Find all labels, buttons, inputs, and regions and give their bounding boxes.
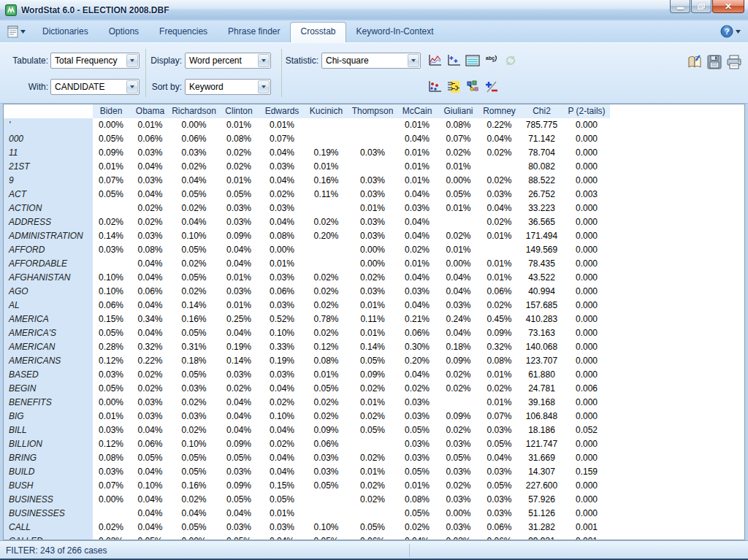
cell: 18.186	[520, 423, 563, 437]
table-row[interactable]: AFFORDABLE0.04%0.02%0.04%0.01%0.00%0.01%…	[4, 257, 744, 271]
restore-button[interactable]	[691, 0, 711, 13]
table-row[interactable]: 90.07%0.03%0.04%0.01%0.04%0.16%0.03%0.01…	[4, 174, 744, 188]
chevron-down-icon[interactable]	[258, 80, 270, 93]
minimize-button[interactable]	[670, 0, 690, 13]
cell: 0.159	[563, 465, 610, 479]
column-header-edwards[interactable]: Edwards	[261, 104, 303, 118]
cell: 0.000	[563, 215, 610, 229]
tabulate-select[interactable]: Total Frequency	[50, 53, 140, 69]
table-row[interactable]: AFFORD0.03%0.08%0.05%0.04%0.00%0.00%0.02…	[4, 243, 744, 257]
chevron-down-icon[interactable]	[126, 54, 138, 67]
display-select[interactable]: Word percent	[185, 53, 271, 69]
chevron-down-icon[interactable]	[126, 80, 138, 93]
table-row[interactable]: BILL0.03%0.04%0.02%0.04%0.04%0.09%0.05%0…	[4, 423, 744, 437]
column-header-thompson[interactable]: Thompson	[349, 104, 396, 118]
cell	[303, 132, 349, 146]
cell: 0.03%	[438, 534, 478, 540]
table-row[interactable]: BUILD0.03%0.04%0.05%0.03%0.04%0.03%0.01%…	[4, 465, 744, 479]
table-row[interactable]: ACT0.05%0.04%0.05%0.05%0.02%0.11%0.03%0.…	[4, 188, 744, 202]
scatter-plot-button[interactable]	[426, 79, 443, 95]
chevron-down-icon[interactable]	[408, 54, 419, 67]
table-row[interactable]: AMERICAN0.28%0.32%0.31%0.19%0.33%0.12%0.…	[4, 340, 744, 354]
table-row[interactable]: BASED0.03%0.02%0.05%0.03%0.03%0.01%0.09%…	[4, 368, 744, 382]
cell: 0.09%	[438, 410, 478, 423]
table-row[interactable]: BUSINESSES0.04%0.04%0.04%0.01%0.05%0.00%…	[4, 507, 744, 521]
dendrogram-button[interactable]	[445, 79, 462, 95]
column-header-chi2[interactable]: Chi2	[520, 104, 563, 118]
cell: 0.22%	[129, 354, 171, 368]
tab-dictionaries[interactable]: Dictionaries	[32, 22, 99, 42]
cell: 0.04%	[438, 326, 478, 340]
table-row[interactable]: AL0.06%0.04%0.14%0.01%0.03%0.02%0.01%0.0…	[4, 299, 744, 312]
table-row[interactable]: AFGHANISTAN0.10%0.04%0.05%0.01%0.03%0.02…	[4, 271, 744, 285]
cell: 0.03%	[303, 465, 349, 479]
table-row[interactable]: AMERICANS0.12%0.22%0.18%0.14%0.19%0.08%0…	[4, 354, 744, 368]
cell: 0.00%	[438, 507, 478, 521]
cell: 0.01%	[478, 257, 520, 271]
column-header-biden[interactable]: Biden	[93, 104, 129, 118]
table-row[interactable]: '0.00%0.01%0.00%0.01%0.01%0.01%0.08%0.22…	[4, 118, 744, 132]
table-row[interactable]: 21ST0.01%0.04%0.02%0.02%0.03%0.01%0.01%0…	[4, 160, 744, 174]
table-row[interactable]: CALL0.02%0.04%0.05%0.03%0.03%0.10%0.05%0…	[4, 521, 744, 534]
statistic-select[interactable]: Chi-square	[321, 53, 421, 69]
table-row[interactable]: CALLED0.03%0.05%0.00%0.05%0.04%0.05%0.06…	[4, 534, 744, 540]
cell: 0.08%	[303, 354, 349, 368]
table-row[interactable]: BEGIN0.05%0.02%0.03%0.02%0.04%0.05%0.02%…	[4, 382, 744, 396]
proximity-plot-button[interactable]	[464, 79, 481, 95]
save-button[interactable]	[706, 54, 723, 70]
cell: 0.08%	[438, 118, 478, 132]
cell: 0.05%	[303, 382, 349, 396]
cell: 0.000	[563, 271, 610, 285]
tab-options[interactable]: Options	[99, 22, 149, 42]
tab-keyword-in-context[interactable]: Keyword-In-Context	[346, 22, 444, 42]
help-button[interactable]: ?	[720, 25, 741, 38]
table-row[interactable]: BRING0.08%0.05%0.05%0.05%0.04%0.03%0.02%…	[4, 451, 744, 465]
table-row[interactable]: ADMINISTRATION0.14%0.03%0.10%0.09%0.08%0…	[4, 229, 744, 243]
column-header-richardson[interactable]: Richardson	[171, 104, 217, 118]
cell: 0.07%	[93, 174, 129, 188]
table-row[interactable]: 0000.05%0.06%0.06%0.08%0.07%0.04%0.07%0.…	[4, 132, 744, 146]
cell: 0.05%	[171, 271, 217, 285]
crosstab-chart-button[interactable]	[445, 53, 462, 69]
table-row[interactable]: AMERICA'S0.05%0.04%0.05%0.04%0.10%0.02%0…	[4, 326, 744, 340]
cell: 0.01%	[478, 368, 520, 382]
cell: 0.04%	[261, 174, 303, 188]
table-row[interactable]: AMERICA0.15%0.34%0.16%0.25%0.52%0.78%0.1…	[4, 312, 744, 326]
table-row[interactable]: BUSINESS0.00%0.04%0.02%0.05%0.05%0.02%0.…	[4, 493, 744, 507]
column-header-p-2-tails[interactable]: P (2-tails)	[563, 104, 610, 118]
table-row[interactable]: BENEFITS0.00%0.03%0.02%0.04%0.02%0.02%0.…	[4, 396, 744, 410]
table-row[interactable]: ADDRESS0.02%0.02%0.04%0.03%0.04%0.02%0.0…	[4, 215, 744, 229]
cell: 0.000	[563, 202, 610, 215]
tab-crosstab[interactable]: Crosstab	[290, 22, 346, 43]
report-button[interactable]	[686, 54, 703, 70]
keyword-retrieval-button[interactable]: abc	[483, 53, 500, 69]
table-row[interactable]: 110.09%0.03%0.03%0.02%0.04%0.19%0.03%0.0…	[4, 146, 744, 160]
table-row[interactable]: AGO0.10%0.06%0.02%0.03%0.06%0.02%0.03%0.…	[4, 285, 744, 299]
print-button[interactable]	[725, 54, 743, 70]
cell: 0.000	[563, 257, 610, 271]
cell: 0.02%	[129, 382, 171, 396]
column-header-giuliani[interactable]: Giuliani	[438, 104, 478, 118]
chevron-down-icon[interactable]	[258, 54, 270, 67]
table-row[interactable]: BIG0.01%0.03%0.03%0.04%0.10%0.02%0.02%0.…	[4, 410, 744, 423]
column-header-obama[interactable]: Obama	[129, 104, 171, 118]
line-chart-button[interactable]	[426, 53, 443, 69]
column-header-mccain[interactable]: McCain	[396, 104, 438, 118]
cell: 0.04%	[217, 410, 261, 423]
table-row[interactable]: BUSH0.07%0.10%0.16%0.09%0.15%0.05%0.02%0…	[4, 479, 744, 493]
table-row[interactable]: BILLION0.12%0.06%0.10%0.09%0.02%0.06%0.0…	[4, 437, 744, 451]
column-header-romney[interactable]: Romney	[478, 104, 520, 118]
tab-phrase-finder[interactable]: Phrase finder	[218, 22, 290, 42]
view-menu-button[interactable]	[3, 22, 29, 42]
table-row[interactable]: ACTION0.02%0.02%0.03%0.03%0.01%0.03%0.01…	[4, 202, 744, 215]
sortby-select[interactable]: Keyword	[185, 79, 271, 95]
include-exclude-button[interactable]	[483, 79, 500, 95]
tab-frequencies[interactable]: Frequencies	[149, 22, 218, 42]
table-view-button[interactable]	[464, 53, 481, 69]
cell: 0.02%	[349, 493, 396, 507]
close-button[interactable]: ✕	[712, 0, 744, 13]
refresh-button[interactable]	[502, 53, 519, 69]
column-header-clinton[interactable]: Clinton	[217, 104, 261, 118]
column-header-kucinich[interactable]: Kucinich	[303, 104, 349, 118]
with-select[interactable]: CANDIDATE	[50, 79, 140, 95]
